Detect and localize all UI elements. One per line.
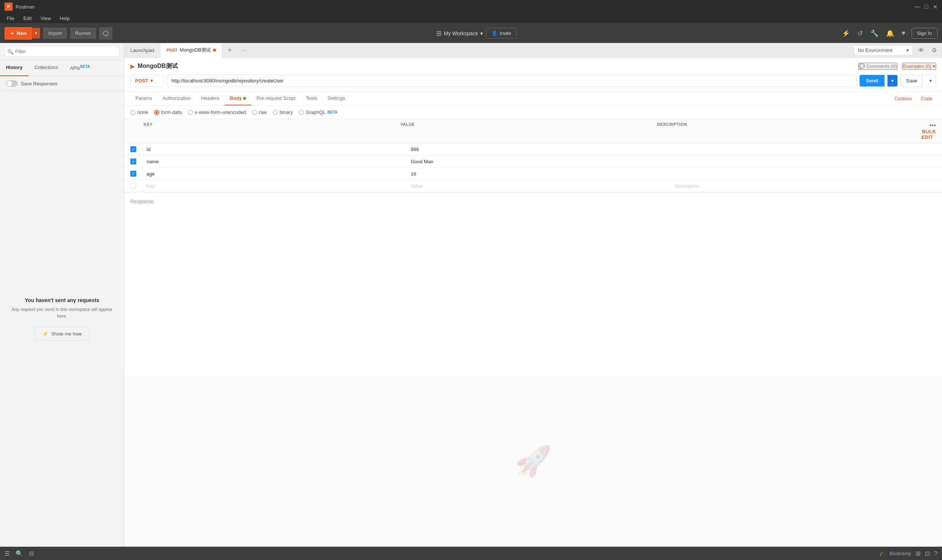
comments-button[interactable]: 💬 Comments (0) <box>858 63 897 70</box>
minimize-button[interactable]: — <box>914 3 920 11</box>
save-button[interactable]: Save <box>900 75 923 87</box>
layout-icon[interactable]: ⊡ <box>925 550 930 557</box>
workspace-button[interactable]: ⊞ My Workspace ▾ <box>436 29 483 37</box>
app-title: Postman <box>15 4 34 10</box>
env-dropdown[interactable]: No Environment ▾ <box>854 45 913 55</box>
new-button-group: ＋ New ▾ <box>5 27 40 40</box>
menu-view[interactable]: View <box>37 14 55 23</box>
bootcamp-label[interactable]: Bootcamp <box>890 551 911 556</box>
search-input[interactable] <box>5 46 120 57</box>
sign-in-button[interactable]: Sign In <box>911 28 937 38</box>
sidebar-tab-collections[interactable]: Collections <box>29 60 64 76</box>
tabs-more-button[interactable]: ··· <box>237 43 252 58</box>
response-area: Response <box>124 192 942 375</box>
tabs-bar: Launchpad POST MongoDB测试 + ··· No Enviro… <box>124 43 942 58</box>
placeholder-description[interactable]: Description <box>672 183 936 189</box>
tab-method-label: POST <box>166 48 177 52</box>
url-input[interactable] <box>167 75 857 87</box>
url-bar: POST ▾ Send ▾ Save ▾ <box>130 75 936 87</box>
tab-authorization[interactable]: Authorization <box>157 92 196 105</box>
placeholder-checkbox[interactable] <box>130 183 136 189</box>
import-button[interactable]: Import <box>43 28 67 39</box>
sidebar-tab-apis[interactable]: APIsBETA <box>64 60 96 76</box>
help-icon[interactable]: ? <box>934 550 937 557</box>
body-type-graphql[interactable]: GraphQL BETA <box>299 109 337 115</box>
placeholder-key[interactable]: Key <box>144 183 408 189</box>
tab-settings[interactable]: Settings <box>322 92 350 105</box>
sidebar-empty-title: You haven't sent any requests <box>25 297 100 303</box>
wrench-icon[interactable]: 🔧 <box>869 28 880 39</box>
satellite-icon[interactable]: ⚡ <box>840 28 851 39</box>
method-dropdown[interactable]: POST ▾ <box>130 75 164 87</box>
examples-button[interactable]: Examples (0) ▾ <box>902 63 936 70</box>
plus-icon: ＋ <box>10 30 14 37</box>
graphql-beta-badge: BETA <box>327 110 337 114</box>
examples-dropdown-icon: ▾ <box>933 63 935 69</box>
runner-button[interactable]: Runner <box>70 28 97 39</box>
code-link[interactable]: Code <box>917 92 936 105</box>
tab-launchpad[interactable]: Launchpad <box>124 43 160 58</box>
row3-checkbox[interactable]: ✓ <box>130 171 136 177</box>
menu-edit[interactable]: Edit <box>20 14 35 23</box>
grid-icon[interactable]: ⊞ <box>916 550 920 557</box>
send-dropdown-button[interactable]: ▾ <box>887 75 897 86</box>
maximize-button[interactable]: □ <box>925 3 928 11</box>
body-type-urlencoded[interactable]: x-www-form-urlencoded <box>188 109 246 115</box>
env-eye-button[interactable]: 👁 <box>916 46 927 55</box>
search-bottom-icon[interactable]: 🔍 <box>15 550 23 557</box>
apis-beta-badge: BETA <box>80 65 90 69</box>
send-button[interactable]: Send <box>860 75 885 86</box>
menubar: File Edit View Help <box>0 13 942 24</box>
invite-button[interactable]: 👤 Invite <box>486 28 517 38</box>
add-tab-button[interactable]: + <box>222 43 237 58</box>
tab-current-request[interactable]: POST MongoDB测试 <box>160 43 222 58</box>
placeholder-value[interactable]: Value <box>408 183 672 189</box>
close-button[interactable]: ✕ <box>933 3 937 11</box>
titlebar-controls[interactable]: — □ ✕ <box>914 3 937 11</box>
show-me-how-button[interactable]: ⚡ Show me how <box>34 327 89 341</box>
flow-button[interactable]: ⬡ <box>99 27 112 40</box>
workspace-label: My Workspace <box>444 31 478 36</box>
menu-help[interactable]: Help <box>56 14 74 23</box>
body-type-form-data[interactable]: form-data <box>154 109 182 115</box>
raw-label: raw <box>259 109 267 115</box>
titlebar-left: P Postman <box>5 3 34 11</box>
tab-body[interactable]: Body <box>225 92 252 105</box>
tab-headers[interactable]: Headers <box>196 92 225 105</box>
cookies-link[interactable]: Cookies <box>891 92 916 105</box>
sidebar-toggle-icon[interactable]: ☰ <box>5 550 10 557</box>
row1-checkbox[interactable]: ✓ <box>130 146 136 152</box>
body-type-raw[interactable]: raw <box>252 109 267 115</box>
bulk-edit-button[interactable]: Bulk Edit <box>919 127 936 142</box>
body-type-none[interactable]: none <box>130 109 148 115</box>
row1-value: 999 <box>408 146 672 152</box>
env-settings-button[interactable]: ⚙ <box>930 45 939 55</box>
history-icon[interactable]: ↺ <box>856 28 864 39</box>
sidebar-tab-history[interactable]: History <box>0 60 29 76</box>
request-expand-icon[interactable]: ▶ <box>130 63 135 70</box>
bell-icon[interactable]: 🔔 <box>885 28 896 39</box>
form-data-radio <box>154 110 159 115</box>
new-dropdown-button[interactable]: ▾ <box>32 28 40 38</box>
workspace-dropdown-icon: ▾ <box>480 31 483 36</box>
body-type-binary[interactable]: binary <box>273 109 293 115</box>
tab-pre-request[interactable]: Pre-request Script <box>251 92 301 105</box>
row3-check: ✓ <box>130 171 144 177</box>
save-responses-toggle[interactable] <box>6 80 18 87</box>
binary-radio <box>273 110 278 115</box>
request-tabs: Params Authorization Headers Body Pre-re… <box>124 92 942 106</box>
body-type-bar: none form-data x-www-form-urlencoded raw… <box>124 106 942 119</box>
request-actions: 💬 Comments (0) Examples (0) ▾ <box>858 63 936 70</box>
tab-tests[interactable]: Tests <box>301 92 322 105</box>
console-icon[interactable]: ⊟ <box>29 550 34 557</box>
tab-params[interactable]: Params <box>130 92 157 105</box>
raw-radio <box>252 110 257 115</box>
tab-request-name: MongoDB测试 <box>180 47 211 54</box>
menu-file[interactable]: File <box>3 14 18 23</box>
heart-icon[interactable]: ♥ <box>900 28 907 38</box>
new-button[interactable]: ＋ New <box>5 27 32 40</box>
row2-checkbox[interactable]: ✓ <box>130 158 136 165</box>
save-dropdown-button[interactable]: ▾ <box>926 75 936 87</box>
examples-label: Examples (0) <box>903 63 931 69</box>
row3-key: age <box>144 171 408 177</box>
